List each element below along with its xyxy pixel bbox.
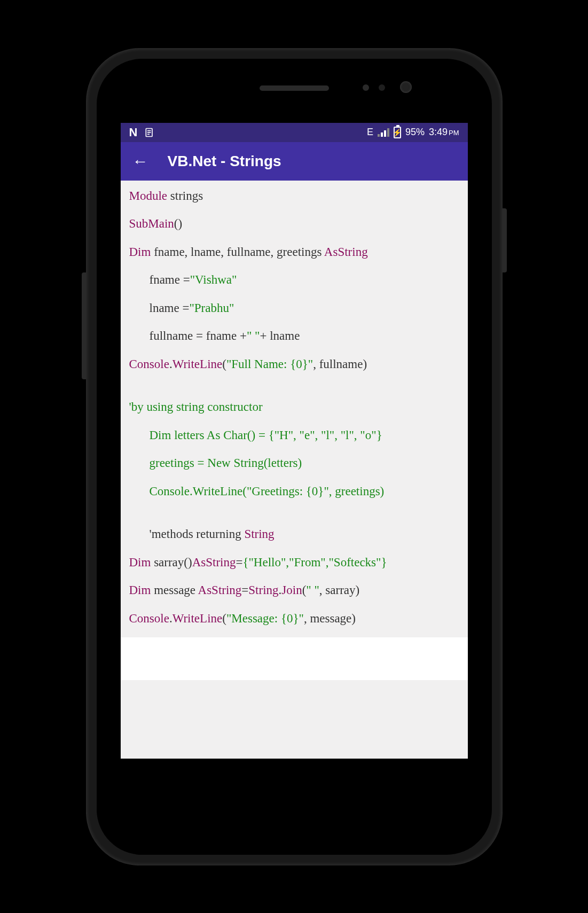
battery-icon: ⚡ [394,127,401,138]
code-line: Dim message AsString=String.Join(" ", sa… [129,581,459,600]
page-title: VB.Net - Strings [168,153,281,170]
proximity-sensor [363,84,369,91]
network-type: E [367,127,373,138]
code-comment: 'by using string constructor [129,398,459,417]
code-line: fname ="Vishwa" [129,271,459,290]
volume-button [82,272,86,379]
code-line: Dim fname, lname, fullname, greetings As… [129,243,459,262]
app-bar: ← VB.Net - Strings [121,142,468,181]
notification-icon [144,127,155,138]
code-line: lname ="Prabhu" [129,299,459,318]
code-line: Console.WriteLine("Message: {0}", messag… [129,610,459,628]
code-line: Console.WriteLine("Full Name: {0}", full… [129,355,459,374]
phone-bezel: N E ⚡ 95% 3:49PM ← VB.Net - Strings Modu… [97,59,492,855]
screen: N E ⚡ 95% 3:49PM ← VB.Net - Strings Modu… [121,123,468,759]
back-button[interactable]: ← [132,152,148,170]
code-line: Module strings [129,187,459,206]
light-sensor [379,84,385,91]
status-bar: N E ⚡ 95% 3:49PM [121,123,468,142]
content-end [121,637,468,680]
speaker-grille [260,85,329,91]
android-n-icon: N [129,126,137,139]
code-line: SubMain() [129,215,459,233]
code-line: greetings = New String(letters) [129,454,459,473]
battery-percent: 95% [405,127,425,138]
code-comment: 'methods returning String [129,525,459,544]
signal-icon [378,128,389,137]
code-line: Dim sarray()AsString={"Hello","From","So… [129,553,459,572]
power-button [503,208,507,272]
code-line: fullname = fname +" "+ lname [129,327,459,346]
clock-time: 3:49PM [429,127,459,138]
code-line: Dim letters As Char() = {"H", "e", "l", … [129,426,459,445]
phone-frame: N E ⚡ 95% 3:49PM ← VB.Net - Strings Modu… [86,48,503,865]
code-content[interactable]: Module strings SubMain() Dim fname, lnam… [121,181,468,759]
front-camera [400,81,412,93]
code-line: Console.WriteLine("Greetings: {0}", gree… [129,482,459,501]
